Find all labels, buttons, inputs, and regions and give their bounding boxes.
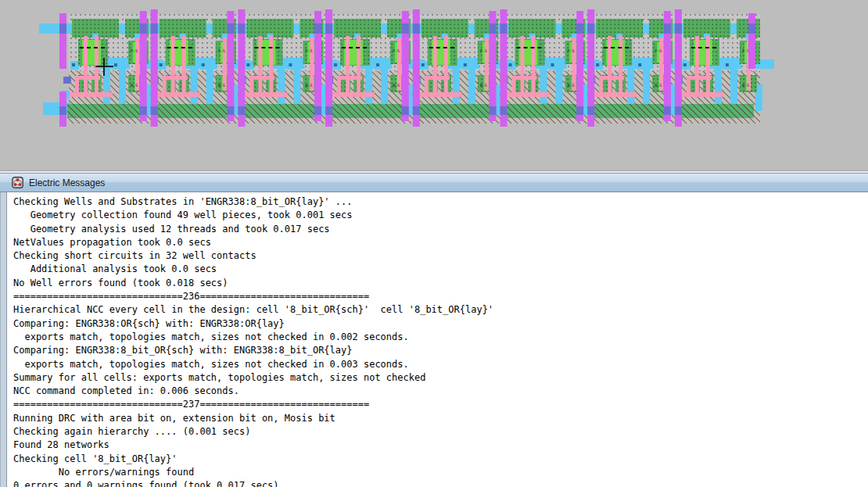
console-line: NetValues propagation took 0.0 secs bbox=[13, 236, 868, 249]
ic-layout: P-SN-SP-SN-SP-SN-SP-SN-SP-SN-SP-SN-SP-SN… bbox=[0, 0, 868, 170]
svg-text:N-S: N-S bbox=[393, 83, 400, 88]
console-log[interactable]: Checking Wells and Substrates in 'ENGR33… bbox=[7, 192, 868, 487]
svg-text:N-S: N-S bbox=[131, 83, 138, 88]
svg-text:P-S: P-S bbox=[131, 48, 138, 53]
svg-text:P-S: P-S bbox=[218, 48, 225, 53]
svg-text:P-S: P-S bbox=[305, 48, 312, 53]
svg-text:P-S: P-S bbox=[568, 48, 575, 53]
window-title: Electric Messages bbox=[29, 177, 105, 188]
console-line: No errors/warnings found bbox=[13, 466, 868, 479]
svg-text:P-S: P-S bbox=[655, 48, 662, 53]
messages-titlebar[interactable]: Electric Messages bbox=[0, 173, 868, 192]
ic-layout-canvas[interactable]: P-SN-SP-SN-SP-SN-SP-SN-SP-SN-SP-SN-SP-SN… bbox=[0, 0, 868, 170]
console-line: Summary for all cells: exports match, to… bbox=[13, 371, 868, 385]
console-line: Running DRC with area bit on, extension … bbox=[13, 412, 868, 425]
console-line: exports match, topologies match, sizes n… bbox=[13, 331, 868, 344]
svg-text:N-S: N-S bbox=[480, 83, 487, 88]
console-line: Found 28 networks bbox=[13, 439, 868, 452]
console-line: Additional analysis took 0.0 secs bbox=[13, 263, 868, 276]
svg-text:N-S: N-S bbox=[568, 83, 575, 88]
console-line: NCC command completed in: 0.006 seconds. bbox=[13, 385, 868, 398]
svg-text:P-S: P-S bbox=[742, 48, 749, 53]
console-line: exports match, topologies match, sizes n… bbox=[13, 358, 868, 371]
console-line: ==============================236=======… bbox=[13, 290, 868, 303]
console-line: Checking again hierarchy .... (0.001 sec… bbox=[13, 425, 868, 439]
console-line: Hierarchical NCC every cell in the desig… bbox=[13, 303, 868, 317]
console-line: Comparing: ENGR338:8_bit_OR{sch} with: E… bbox=[13, 344, 868, 357]
svg-text:N-S: N-S bbox=[218, 83, 225, 88]
window-left-border bbox=[0, 192, 7, 487]
console-line: Checking short circuits in 32 well conta… bbox=[13, 249, 868, 263]
svg-text:P-S: P-S bbox=[480, 48, 487, 53]
console-line: Checking cell '8_bit_OR{lay}' bbox=[13, 453, 868, 466]
console-line: Comparing: ENGR338:OR{sch} with: ENGR338… bbox=[13, 317, 868, 331]
console-line: No Well errors found (took 0.018 secs) bbox=[13, 277, 868, 290]
console-line: ==============================237=======… bbox=[13, 398, 868, 411]
svg-text:N-S: N-S bbox=[655, 83, 662, 88]
electric-logo-icon bbox=[12, 177, 23, 188]
layout-editor-area: P-SN-SP-SN-SP-SN-SP-SN-SP-SN-SP-SN-SP-SN… bbox=[0, 0, 868, 170]
svg-text:N-S: N-S bbox=[305, 83, 312, 88]
console-line: Checking Wells and Substrates in 'ENGR33… bbox=[13, 195, 868, 209]
console-line: Geometry analysis used 12 threads and to… bbox=[13, 223, 868, 236]
messages-window: Electric Messages Checking Wells and Sub… bbox=[0, 170, 868, 487]
console-line: 0 errors and 0 warnings found (took 0.01… bbox=[13, 479, 868, 487]
console-line: Geometry collection found 49 well pieces… bbox=[13, 209, 868, 222]
svg-text:N-S: N-S bbox=[742, 83, 749, 88]
svg-text:P-S: P-S bbox=[393, 48, 400, 53]
